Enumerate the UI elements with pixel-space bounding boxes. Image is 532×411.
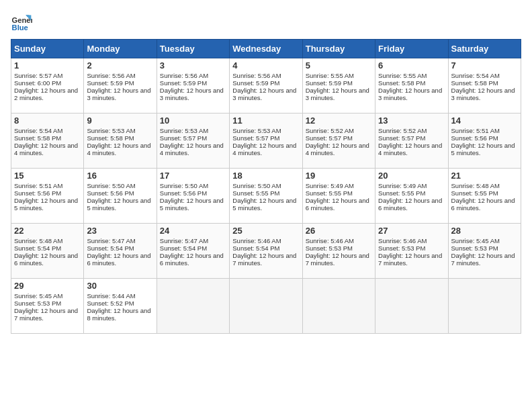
day-number: 9 bbox=[87, 116, 153, 126]
sunset-text: Sunset: 5:58 PM bbox=[14, 134, 61, 142]
sunrise-text: Sunrise: 5:55 AM bbox=[306, 72, 354, 79]
daylight-text: Daylight: 12 hours and 5 minutes. bbox=[232, 197, 296, 212]
sunset-text: Sunset: 5:54 PM bbox=[14, 244, 61, 252]
calendar-week-1: 1Sunrise: 5:57 AMSunset: 6:00 PMDaylight… bbox=[11, 58, 521, 113]
sunset-text: Sunset: 5:58 PM bbox=[87, 134, 134, 142]
daylight-text: Daylight: 12 hours and 6 minutes. bbox=[378, 197, 442, 212]
sunrise-text: Sunrise: 5:52 AM bbox=[306, 127, 354, 134]
calendar-week-3: 15Sunrise: 5:51 AMSunset: 5:56 PMDayligh… bbox=[11, 169, 521, 224]
day-number: 18 bbox=[232, 171, 299, 181]
day-number: 23 bbox=[87, 226, 153, 236]
sunset-text: Sunset: 5:54 PM bbox=[232, 244, 279, 252]
sunset-text: Sunset: 5:53 PM bbox=[306, 244, 353, 252]
sunrise-text: Sunrise: 5:49 AM bbox=[378, 182, 427, 189]
calendar-cell: 20Sunrise: 5:49 AMSunset: 5:55 PMDayligh… bbox=[375, 169, 448, 224]
day-number: 20 bbox=[378, 171, 445, 181]
calendar-cell: 7Sunrise: 5:54 AMSunset: 5:58 PMDaylight… bbox=[448, 58, 521, 113]
daylight-text: Daylight: 12 hours and 7 minutes. bbox=[451, 252, 515, 267]
sunset-text: Sunset: 5:55 PM bbox=[306, 189, 353, 197]
day-number: 14 bbox=[451, 116, 518, 126]
daylight-text: Daylight: 12 hours and 7 minutes. bbox=[306, 252, 369, 267]
calendar-cell bbox=[230, 279, 302, 334]
day-number: 30 bbox=[87, 281, 153, 291]
daylight-text: Daylight: 12 hours and 5 minutes. bbox=[87, 197, 150, 212]
sunrise-text: Sunrise: 5:50 AM bbox=[87, 182, 135, 189]
daylight-text: Daylight: 12 hours and 4 minutes. bbox=[87, 142, 150, 156]
calendar-cell: 27Sunrise: 5:46 AMSunset: 5:53 PMDayligh… bbox=[375, 224, 448, 279]
day-number: 24 bbox=[160, 226, 226, 236]
day-number: 21 bbox=[451, 171, 518, 181]
calendar-week-4: 22Sunrise: 5:48 AMSunset: 5:54 PMDayligh… bbox=[11, 224, 521, 279]
daylight-text: Daylight: 12 hours and 4 minutes. bbox=[378, 142, 442, 156]
calendar-cell: 12Sunrise: 5:52 AMSunset: 5:57 PMDayligh… bbox=[302, 113, 375, 169]
sunset-text: Sunset: 5:57 PM bbox=[306, 134, 353, 142]
day-number: 27 bbox=[378, 226, 445, 236]
sunset-text: Sunset: 5:56 PM bbox=[87, 189, 134, 197]
sunrise-text: Sunrise: 5:53 AM bbox=[87, 127, 135, 134]
calendar-cell: 15Sunrise: 5:51 AMSunset: 5:56 PMDayligh… bbox=[11, 169, 84, 224]
sunset-text: Sunset: 5:54 PM bbox=[160, 244, 207, 252]
day-number: 29 bbox=[14, 281, 81, 291]
sunset-text: Sunset: 6:00 PM bbox=[14, 79, 61, 87]
daylight-text: Daylight: 12 hours and 5 minutes. bbox=[14, 197, 78, 212]
sunrise-text: Sunrise: 5:45 AM bbox=[451, 237, 500, 244]
calendar-cell: 1Sunrise: 5:57 AMSunset: 6:00 PMDaylight… bbox=[11, 58, 84, 113]
header-monday: Monday bbox=[84, 40, 157, 58]
calendar-cell: 9Sunrise: 5:53 AMSunset: 5:58 PMDaylight… bbox=[84, 113, 157, 169]
daylight-text: Daylight: 12 hours and 6 minutes. bbox=[160, 252, 224, 267]
sunrise-text: Sunrise: 5:57 AM bbox=[14, 72, 62, 79]
calendar-cell: 10Sunrise: 5:53 AMSunset: 5:57 PMDayligh… bbox=[157, 113, 229, 169]
header-friday: Friday bbox=[375, 40, 448, 58]
calendar-table: SundayMondayTuesdayWednesdayThursdayFrid… bbox=[11, 39, 521, 334]
logo-icon: General Blue bbox=[11, 11, 32, 32]
sunrise-text: Sunrise: 5:53 AM bbox=[232, 127, 281, 134]
svg-text:Blue: Blue bbox=[12, 24, 28, 32]
daylight-text: Daylight: 12 hours and 7 minutes. bbox=[378, 252, 442, 267]
calendar-cell: 23Sunrise: 5:47 AMSunset: 5:54 PMDayligh… bbox=[84, 224, 157, 279]
sunrise-text: Sunrise: 5:53 AM bbox=[160, 127, 208, 134]
daylight-text: Daylight: 12 hours and 3 minutes. bbox=[451, 87, 515, 101]
sunrise-text: Sunrise: 5:52 AM bbox=[378, 127, 427, 134]
daylight-text: Daylight: 12 hours and 3 minutes. bbox=[306, 87, 369, 101]
day-number: 2 bbox=[87, 60, 153, 71]
logo: General Blue bbox=[11, 11, 32, 32]
sunrise-text: Sunrise: 5:51 AM bbox=[451, 127, 500, 134]
sunset-text: Sunset: 5:55 PM bbox=[451, 189, 498, 197]
day-number: 4 bbox=[232, 60, 299, 71]
sunset-text: Sunset: 5:57 PM bbox=[378, 134, 425, 142]
calendar-cell: 30Sunrise: 5:44 AMSunset: 5:52 PMDayligh… bbox=[84, 279, 157, 334]
sunset-text: Sunset: 5:59 PM bbox=[232, 79, 279, 87]
calendar-cell: 26Sunrise: 5:46 AMSunset: 5:53 PMDayligh… bbox=[302, 224, 375, 279]
daylight-text: Daylight: 12 hours and 4 minutes. bbox=[14, 142, 78, 156]
sunrise-text: Sunrise: 5:56 AM bbox=[87, 72, 135, 79]
day-number: 13 bbox=[378, 116, 445, 126]
day-number: 17 bbox=[160, 171, 226, 181]
day-number: 26 bbox=[306, 226, 372, 236]
day-number: 16 bbox=[87, 171, 153, 181]
daylight-text: Daylight: 12 hours and 7 minutes. bbox=[232, 252, 296, 267]
sunrise-text: Sunrise: 5:48 AM bbox=[14, 237, 62, 244]
calendar-cell: 2Sunrise: 5:56 AMSunset: 5:59 PMDaylight… bbox=[84, 58, 157, 113]
sunrise-text: Sunrise: 5:56 AM bbox=[232, 72, 281, 79]
calendar-cell: 28Sunrise: 5:45 AMSunset: 5:53 PMDayligh… bbox=[448, 224, 521, 279]
sunrise-text: Sunrise: 5:46 AM bbox=[306, 237, 354, 244]
calendar-cell: 3Sunrise: 5:56 AMSunset: 5:59 PMDaylight… bbox=[157, 58, 229, 113]
daylight-text: Daylight: 12 hours and 6 minutes. bbox=[306, 197, 369, 212]
day-number: 10 bbox=[160, 116, 226, 126]
day-number: 12 bbox=[306, 116, 372, 126]
daylight-text: Daylight: 12 hours and 5 minutes. bbox=[451, 142, 515, 156]
daylight-text: Daylight: 12 hours and 7 minutes. bbox=[14, 307, 78, 322]
day-number: 15 bbox=[14, 171, 81, 181]
calendar-cell: 16Sunrise: 5:50 AMSunset: 5:56 PMDayligh… bbox=[84, 169, 157, 224]
sunrise-text: Sunrise: 5:48 AM bbox=[451, 182, 500, 189]
sunset-text: Sunset: 5:53 PM bbox=[14, 300, 61, 307]
sunset-text: Sunset: 5:59 PM bbox=[160, 79, 207, 87]
day-number: 7 bbox=[451, 60, 518, 71]
header-saturday: Saturday bbox=[448, 40, 521, 58]
calendar-cell: 29Sunrise: 5:45 AMSunset: 5:53 PMDayligh… bbox=[11, 279, 84, 334]
calendar-cell: 13Sunrise: 5:52 AMSunset: 5:57 PMDayligh… bbox=[375, 113, 448, 169]
sunrise-text: Sunrise: 5:51 AM bbox=[14, 182, 62, 189]
daylight-text: Daylight: 12 hours and 6 minutes. bbox=[14, 252, 78, 267]
sunrise-text: Sunrise: 5:50 AM bbox=[160, 182, 208, 189]
header-wednesday: Wednesday bbox=[230, 40, 302, 58]
